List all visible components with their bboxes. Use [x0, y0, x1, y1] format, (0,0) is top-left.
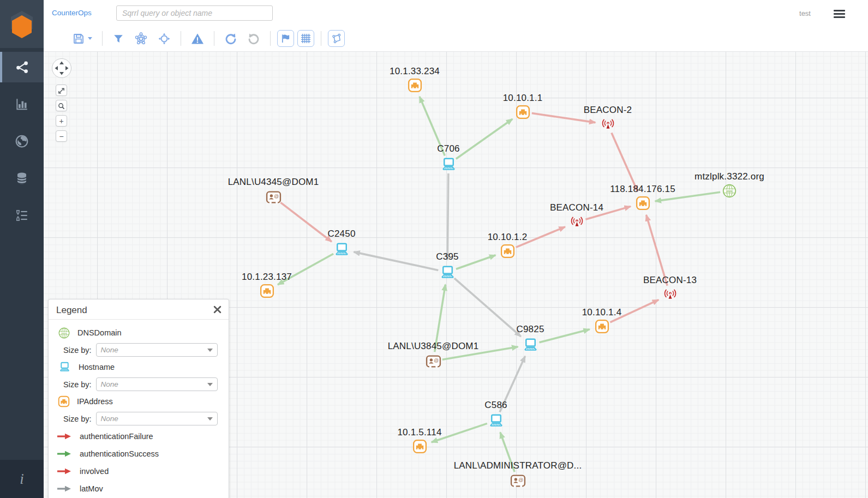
flag-selection-button[interactable]	[277, 30, 294, 47]
expand-icon	[58, 87, 65, 94]
fit-view-button[interactable]	[56, 85, 67, 96]
beacon-node-icon[interactable]	[569, 214, 585, 230]
user-node-icon[interactable]	[510, 472, 526, 489]
magnifier-icon	[58, 103, 65, 110]
size-by-select-dnsdomain[interactable]: None	[96, 343, 218, 357]
size-by-select-hostname[interactable]: None	[96, 377, 218, 391]
grid-layout-button[interactable]	[297, 30, 314, 47]
beacon-node-icon[interactable]	[662, 287, 678, 303]
zoom-in-button[interactable]: +	[56, 115, 67, 127]
user-node-icon[interactable]	[425, 353, 442, 370]
user-node-icon[interactable]	[265, 189, 282, 206]
size-by-value: None	[101, 380, 207, 388]
legend-size-by-row: Size by: None	[55, 410, 222, 428]
app-sidebar: i	[0, 0, 44, 498]
share-graph-icon	[15, 60, 29, 74]
size-by-value: None	[101, 415, 207, 423]
legend-node-type-hostname: Hostname	[55, 359, 222, 375]
hexagon-logo-icon	[9, 10, 35, 38]
legend-edge-type-label: authenticationFailure	[80, 432, 153, 441]
legend-node-type-label: DNSDomain	[77, 328, 122, 337]
globe-www-icon	[58, 327, 70, 339]
ipaddress-node-icon[interactable]	[260, 284, 274, 298]
bar-chart-icon	[15, 97, 29, 111]
task-history-icon	[15, 208, 29, 223]
legend-size-by-row: Size by: None	[55, 375, 222, 393]
save-button[interactable]	[67, 29, 97, 48]
sidebar-item-activity-history[interactable]	[0, 200, 44, 231]
legend-body: DNSDomain Size by: None Hostname Size by…	[49, 320, 229, 497]
legend-node-type-label: Hostname	[79, 363, 115, 371]
filter-button[interactable]	[107, 29, 129, 48]
network-port-icon	[58, 395, 70, 407]
chevron-down-icon	[207, 383, 213, 386]
zoom-out-button[interactable]: −	[56, 130, 67, 142]
ipaddress-node-icon[interactable]	[636, 196, 650, 211]
crosshair-icon	[158, 32, 171, 45]
legend-edge-type: latMov	[55, 480, 222, 497]
save-icon	[72, 32, 85, 45]
size-by-select-ipaddress[interactable]: None	[96, 412, 218, 425]
undo-button[interactable]	[219, 29, 242, 48]
search-input[interactable]	[116, 5, 273, 21]
brand-link[interactable]: CounterOps	[52, 9, 92, 17]
sidebar-item-reports[interactable]	[0, 89, 44, 119]
legend-node-type-label: IPAddress	[77, 397, 113, 406]
size-by-label: Size by:	[63, 415, 92, 423]
legend-node-type-ipaddress: IPAddress	[55, 393, 222, 410]
lasso-select-button[interactable]	[328, 30, 345, 47]
graph-edge-latMov[interactable]	[447, 173, 448, 260]
dnsdomain-node-icon[interactable]	[722, 183, 737, 199]
beacon-node-icon[interactable]	[600, 117, 616, 133]
legend-node-type-dnsdomain: DNSDomain	[55, 325, 222, 341]
ipaddress-node-icon[interactable]	[412, 439, 427, 454]
hostname-node-icon[interactable]	[522, 336, 540, 354]
legend-edge-type-label: involved	[80, 467, 109, 476]
database-icon	[15, 171, 28, 185]
filter-funnel-icon	[112, 33, 124, 45]
sidebar-item-geo-map[interactable]	[0, 126, 44, 157]
legend-edge-type: authenticationSuccess	[55, 445, 222, 463]
hostname-node-icon[interactable]	[487, 412, 505, 430]
legend-size-by-row: Size by: None	[55, 341, 222, 359]
save-options-caret-icon[interactable]	[88, 37, 92, 40]
legend-header: Legend	[49, 299, 229, 320]
zoom-search-button[interactable]	[56, 100, 67, 111]
hostname-node-icon[interactable]	[333, 241, 351, 259]
edge-arrow-icon	[57, 485, 72, 492]
app-logo[interactable]	[0, 0, 44, 48]
legend-edge-type-label: latMov	[80, 484, 103, 493]
undo-icon	[224, 32, 237, 45]
hamburger-menu-icon[interactable]	[834, 10, 845, 20]
pan-compass[interactable]	[51, 58, 72, 79]
legend-title: Legend	[56, 305, 87, 315]
sidebar-item-data-sources[interactable]	[0, 163, 44, 194]
chevron-down-icon	[207, 349, 213, 352]
ipaddress-node-icon[interactable]	[595, 319, 609, 334]
canvas-nav-controls: + −	[51, 58, 72, 142]
legend-panel: Legend DNSDomain Size by: None Hostname …	[48, 299, 229, 498]
ipaddress-node-icon[interactable]	[408, 78, 422, 93]
warning-triangle-icon	[191, 33, 204, 45]
sidebar-item-explore-graph[interactable]	[0, 52, 44, 82]
redo-button[interactable]	[242, 29, 265, 48]
legend-edge-type-label: authenticationSuccess	[80, 449, 159, 458]
hostname-node-icon[interactable]	[439, 263, 457, 281]
size-by-label: Size by:	[63, 346, 92, 355]
chevron-down-icon	[207, 417, 213, 421]
redo-icon	[247, 32, 260, 45]
globe-earth-icon	[15, 134, 29, 148]
edge-arrow-icon	[57, 433, 72, 440]
legend-close-button[interactable]	[212, 304, 223, 317]
alerts-button[interactable]	[186, 29, 209, 48]
ipaddress-node-icon[interactable]	[500, 244, 515, 259]
center-selection-button[interactable]	[153, 29, 176, 48]
sidebar-item-info[interactable]: i	[0, 460, 44, 498]
hostname-node-icon[interactable]	[440, 155, 458, 173]
size-by-value: None	[101, 346, 207, 354]
lasso-polygon-icon	[331, 33, 342, 44]
size-by-label: Size by:	[63, 380, 92, 389]
user-label: test	[799, 9, 811, 17]
ipaddress-node-icon[interactable]	[516, 105, 530, 119]
graph-layout-button[interactable]	[129, 29, 153, 48]
